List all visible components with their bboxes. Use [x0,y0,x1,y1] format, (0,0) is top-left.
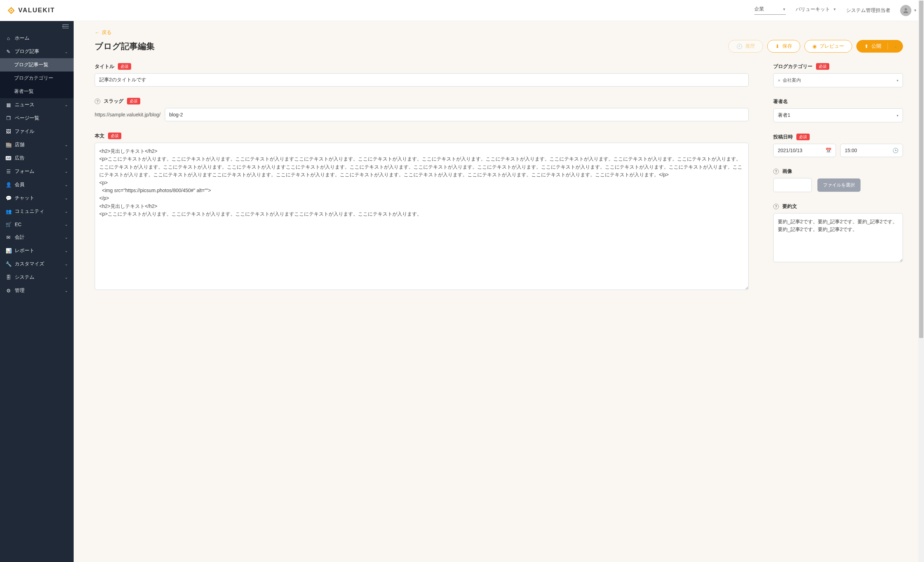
news-icon: ▦ [6,102,11,108]
sidebar-item-files[interactable]: 🖼ファイル [0,125,74,138]
preview-button[interactable]: ◉プレビュー [804,40,852,52]
gear-icon: ⚙ [6,288,11,294]
main-content: ← 戻る ブログ記事編集 🕘履歴 ⬇保存 ◉プレビュー ⬆公開⌄ タイトル必須 [74,21,924,562]
sidebar-item-ads[interactable]: Ad広告⌄ [0,151,74,165]
upload-icon: ⬆ [864,43,868,49]
brand-logo[interactable]: VALUEKIT [7,6,55,15]
required-badge: 必須 [127,98,140,105]
sidebar-item-blog[interactable]: ✎ブログ記事⌃ [0,45,74,58]
sidebar-item-label: 広告 [15,155,24,161]
cart-icon: 🛒 [6,222,11,227]
chevron-down-icon: ⌄ [64,235,68,240]
image-preview [773,178,812,192]
history-button[interactable]: 🕘履歴 [728,40,763,52]
help-icon[interactable]: ? [773,204,779,209]
scrollbar[interactable] [918,0,924,562]
svg-point-1 [905,8,907,10]
sidebar-item-report[interactable]: 📊レポート⌄ [0,244,74,257]
edit-icon: ✎ [6,49,11,54]
sidebar-collapse-button[interactable] [0,21,74,31]
sidebar-item-news[interactable]: ▦ニュース⌄ [0,98,74,111]
sidebar-item-label: 会計 [15,234,24,240]
publish-button[interactable]: ⬆公開⌄ [856,40,903,52]
community-icon: 👥 [6,208,11,214]
body-textarea[interactable] [94,143,748,290]
required-badge: 必須 [796,133,810,140]
slug-input[interactable] [165,108,748,121]
summary-textarea[interactable] [773,213,903,262]
pages-icon: ❐ [6,115,11,121]
sidebar-item-customize[interactable]: 🔧カスタマイズ⌄ [0,257,74,271]
sidebar-item-shops[interactable]: 🏬店舗⌄ [0,138,74,151]
clock-icon: 🕒 [892,148,898,153]
sidebar-item-label: EC [15,222,21,227]
caret-down-icon: ▾ [897,78,898,82]
required-badge: 必須 [118,63,131,70]
help-icon[interactable]: ? [773,169,779,174]
user-icon: 👤 [6,182,11,187]
chevron-down-icon: ⌄ [64,222,68,227]
sidebar-sub-blog: ブログ記事一覧 ブログカテゴリー 著者一覧 [0,58,74,98]
sidebar-sub-blog-author[interactable]: 著者一覧 [0,85,74,98]
product-select[interactable]: バリューキット ▼ [796,6,836,15]
arrow-left-icon: ← [94,30,100,35]
image-label: 画像 [782,168,792,175]
database-icon: 🗄 [6,274,11,280]
user-menu[interactable]: ▼ [900,5,917,16]
category-tag: 会社案内 [783,77,801,84]
sidebar-item-label: レポート [15,247,34,254]
sidebar-item-system[interactable]: 🗄システム⌄ [0,271,74,284]
required-badge: 必須 [816,63,830,70]
sidebar-sub-blog-category[interactable]: ブログカテゴリー [0,72,74,85]
date-input[interactable]: 2021/10/13📅 [773,144,836,157]
caret-down-icon: ▼ [914,8,917,12]
wrench-icon: 🔧 [6,261,11,267]
summary-label: 要約文 [782,203,797,210]
back-link[interactable]: ← 戻る [94,30,111,36]
files-icon: 🖼 [6,129,11,134]
sidebar-item-label: カスタマイズ [15,261,44,267]
title-label: タイトル [94,63,114,70]
chevron-down-icon: ⌄ [64,262,68,267]
category-label: ブログカテゴリー [773,63,813,70]
time-input[interactable]: 15:00🕒 [840,144,903,157]
chevron-down-icon: ⌄ [64,102,68,107]
remove-tag-icon[interactable]: × [778,78,781,83]
author-value: 著者1 [778,112,790,118]
sidebar-item-ec[interactable]: 🛒EC⌄ [0,218,74,231]
chevron-down-icon: ⌄ [64,209,68,214]
sidebar-item-chat[interactable]: 💬チャット⌄ [0,192,74,205]
chevron-down-icon: ⌄ [64,142,68,147]
sidebar: ⌂ホーム ✎ブログ記事⌃ ブログ記事一覧 ブログカテゴリー 著者一覧 ▦ニュース… [0,21,74,562]
button-label: 履歴 [745,43,755,49]
logo-icon [7,6,15,15]
sidebar-item-members[interactable]: 👤会員⌄ [0,178,74,192]
caret-down-icon: ▼ [833,7,836,11]
title-input[interactable] [94,73,748,87]
scrollbar-thumb[interactable] [919,1,923,338]
button-label: 公開 [872,43,881,49]
sidebar-item-community[interactable]: 👥コミュニティ⌄ [0,205,74,218]
sidebar-item-accounting[interactable]: ✉会計⌄ [0,231,74,244]
posted-at-label: 投稿日時 [773,134,793,140]
avatar-icon [900,5,911,16]
chevron-down-icon[interactable]: ⌄ [892,45,899,48]
sidebar-item-admin[interactable]: ⚙管理⌄ [0,284,74,297]
sidebar-item-pages[interactable]: ❐ページ一覧 [0,111,74,125]
sidebar-item-label: 会員 [15,181,24,188]
sidebar-item-home[interactable]: ⌂ホーム [0,31,74,45]
chevron-down-icon: ⌄ [64,248,68,253]
button-label: 保存 [782,43,792,49]
company-select[interactable]: 企業 ▼ [754,6,786,15]
sidebar-sub-blog-list[interactable]: ブログ記事一覧 [0,58,74,72]
chevron-down-icon: ⌄ [64,169,68,174]
sidebar-item-forms[interactable]: ☰フォーム⌄ [0,165,74,178]
author-select[interactable]: 著者1 ▾ [773,108,903,122]
category-select[interactable]: ×会社案内 ▾ [773,73,903,87]
sidebar-item-label: ページ一覧 [15,115,39,121]
save-button[interactable]: ⬇保存 [767,40,800,52]
sidebar-item-label: ブログ記事 [15,48,39,55]
help-icon[interactable]: ? [94,99,100,104]
file-select-button[interactable]: ファイルを選択 [818,178,861,192]
chevron-down-icon: ⌄ [64,156,68,160]
